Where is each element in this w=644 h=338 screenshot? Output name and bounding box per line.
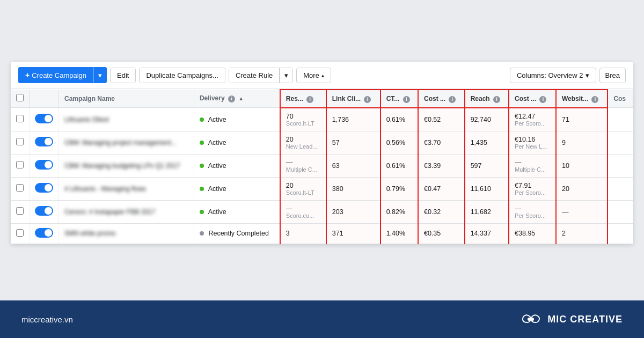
campaign-name-header: Campaign Name: [59, 90, 194, 108]
campaign-toggle[interactable]: [35, 206, 53, 216]
delivery-header[interactable]: Delivery i ▲: [194, 90, 280, 108]
cost2-cell: [608, 200, 633, 223]
row-checkbox-cell[interactable]: [11, 200, 30, 223]
mic-creative-logo-icon: [518, 312, 542, 327]
website-value: 10: [562, 162, 569, 170]
results-cell: 70 Scoro.lt-LT: [280, 108, 326, 131]
link-clicks-cell: 57: [326, 131, 380, 154]
cost-reach-main: €10.16: [515, 136, 550, 143]
delivery-sort-icon[interactable]: ▲: [238, 95, 244, 101]
reach-info-icon[interactable]: i: [493, 96, 500, 103]
ctr-info-icon[interactable]: i: [403, 96, 410, 103]
delivery-cell: Active: [194, 131, 280, 154]
cost2-cell: [608, 154, 633, 177]
cost-reach-info-icon[interactable]: i: [539, 96, 546, 103]
cost-result-cell: €0.35: [418, 223, 465, 244]
cost-result-value: €0.52: [424, 116, 441, 123]
duplicate-group: Duplicate Campaigns...: [139, 68, 225, 83]
row-checkbox[interactable]: [16, 184, 24, 192]
cost-reach-sub: Per Scoro...: [515, 189, 550, 196]
create-campaign-dropdown-button[interactable]: ▾: [93, 67, 107, 83]
row-toggle-cell[interactable]: [30, 131, 59, 154]
campaign-name-text: SMN white promo: [64, 230, 115, 237]
create-rule-button[interactable]: Create Rule: [229, 68, 280, 83]
reach-cell: 11,610: [465, 177, 509, 200]
results-main: —: [286, 159, 320, 166]
cost-reach-main: —: [515, 159, 550, 166]
ctr-cell: 1.40%: [380, 223, 418, 244]
row-toggle-cell[interactable]: [30, 200, 59, 223]
cost-reach-main: €38.95: [515, 230, 550, 237]
campaign-toggle[interactable]: [35, 160, 53, 170]
cost2-header: Cos: [608, 90, 633, 108]
cost-result-info-icon[interactable]: i: [449, 96, 456, 103]
create-rule-dropdown-button[interactable]: ▾: [280, 68, 293, 83]
campaign-name-cell: # Lithuanis - Managing flows: [59, 177, 194, 200]
campaign-name-text: # Lithuanis - Managing flows: [64, 185, 146, 193]
cost2-cell: [608, 108, 633, 131]
cost-result-cell: €0.32: [418, 200, 465, 223]
table-row: Lithuanis Oltest Active 70 Scoro.lt-LT 1…: [11, 108, 633, 131]
cost-reach-cell: €7.91 Per Scoro...: [509, 177, 556, 200]
link-clicks-info-icon[interactable]: i: [364, 96, 371, 103]
edit-button[interactable]: Edit: [111, 68, 135, 83]
row-checkbox[interactable]: [16, 207, 24, 215]
breakdown-button[interactable]: Brea: [599, 68, 626, 83]
row-checkbox-cell[interactable]: [11, 108, 30, 131]
select-all-header[interactable]: [11, 90, 30, 108]
ctr-cell: 0.61%: [380, 108, 418, 131]
status-dot: [200, 231, 204, 236]
reach-value: 11,610: [471, 185, 491, 193]
cost-reach-main: €7.91: [515, 182, 550, 189]
link-clicks-value: 57: [332, 139, 340, 146]
results-info-icon[interactable]: i: [306, 96, 313, 103]
ctr-value: 0.61%: [386, 162, 405, 170]
table-row: # Lithuanis - Managing flows Active 20 S…: [11, 177, 633, 200]
row-checkbox-cell[interactable]: [11, 223, 30, 244]
link-clicks-cell: 203: [326, 200, 380, 223]
row-checkbox-cell[interactable]: [11, 131, 30, 154]
row-checkbox[interactable]: [16, 115, 24, 122]
link-clicks-value: 63: [332, 162, 340, 170]
website-value: —: [562, 208, 569, 216]
delivery-status-text: Active: [208, 185, 226, 193]
website-cell: 20: [556, 177, 608, 200]
more-button[interactable]: More ▴: [296, 68, 331, 83]
reach-header: Reach i: [465, 90, 509, 108]
results-cell: 20 Scoro.lt-LT: [280, 177, 326, 200]
cost2-cell: [608, 223, 633, 244]
columns-button[interactable]: Columns: Overview 2 ▾: [510, 68, 596, 83]
campaigns-table-wrapper: Campaign Name Delivery i ▲ Res... i Li: [11, 89, 633, 244]
campaign-toggle[interactable]: [35, 114, 53, 123]
row-checkbox[interactable]: [16, 229, 24, 237]
create-campaign-button[interactable]: + Create Campaign: [18, 67, 93, 83]
row-toggle-cell[interactable]: [30, 177, 59, 200]
website-info-icon[interactable]: i: [591, 96, 598, 103]
delivery-info-icon[interactable]: i: [228, 95, 235, 102]
cost-reach-sub: Per New L...: [515, 143, 550, 150]
results-cell: — Scoro.co...: [280, 200, 326, 223]
cost2-cell: [608, 177, 633, 200]
cost-reach-cell: €10.16 Per New L...: [509, 131, 556, 154]
row-toggle-cell[interactable]: [30, 108, 59, 131]
duplicate-button[interactable]: Duplicate Campaigns...: [140, 68, 224, 83]
campaign-toggle[interactable]: [35, 137, 53, 146]
status-dot: [200, 164, 204, 168]
cost-result-cell: €0.47: [418, 177, 465, 200]
campaign-toggle[interactable]: [35, 228, 53, 238]
campaign-name-text: Lithuanis Oltest: [64, 116, 109, 123]
row-checkbox[interactable]: [16, 138, 24, 145]
footer: miccreative.vn MIC CREATIVE: [0, 300, 644, 338]
row-checkbox-cell[interactable]: [11, 177, 30, 200]
results-sub: Multiple C...: [286, 166, 320, 173]
campaign-name-cell: CBM: Managing project management...: [59, 131, 194, 154]
chevron-down-icon: ▾: [284, 71, 288, 79]
campaign-toggle[interactable]: [35, 183, 53, 193]
row-checkbox-cell[interactable]: [11, 154, 30, 177]
reach-cell: 11,682: [465, 200, 509, 223]
select-all-checkbox[interactable]: [16, 94, 24, 101]
row-checkbox[interactable]: [16, 161, 24, 168]
row-toggle-cell[interactable]: [30, 154, 59, 177]
row-toggle-cell[interactable]: [30, 223, 59, 244]
cost-result-cell: €0.52: [418, 108, 465, 131]
